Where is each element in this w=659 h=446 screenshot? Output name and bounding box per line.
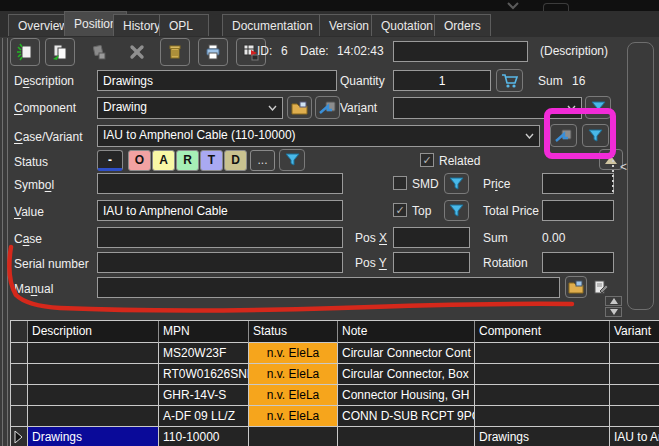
tab-opl[interactable]: OPL bbox=[159, 14, 209, 36]
row-selector[interactable] bbox=[11, 343, 28, 364]
cell-note[interactable]: CONN D-SUB RCPT 9PO bbox=[338, 406, 475, 427]
cell-component[interactable] bbox=[475, 364, 610, 385]
status-button-a[interactable]: A bbox=[152, 150, 175, 171]
table-row[interactable]: RT0W01626SNH n.v. EleLa Circular Connect… bbox=[11, 364, 659, 385]
quantity-field[interactable] bbox=[393, 70, 491, 91]
cell-status[interactable]: n.v. EleLa bbox=[249, 343, 338, 364]
manual-open-button[interactable] bbox=[565, 276, 587, 298]
case-variant-filter-button[interactable] bbox=[582, 124, 609, 147]
col-status[interactable]: Status bbox=[249, 321, 338, 343]
cell-status[interactable]: n.v. EleLa bbox=[249, 385, 338, 406]
value-field[interactable] bbox=[97, 200, 343, 221]
cell-component[interactable]: Drawings bbox=[475, 427, 610, 446]
status-button-none[interactable]: - bbox=[97, 150, 123, 171]
component-dropdown[interactable]: Drawing bbox=[97, 97, 283, 119]
smd-checkbox[interactable] bbox=[393, 176, 407, 190]
case-field[interactable] bbox=[97, 227, 343, 248]
paste-record-button[interactable] bbox=[84, 38, 114, 66]
col-variant[interactable]: Variant bbox=[610, 321, 659, 343]
table-row[interactable]: GHR-14V-S n.v. EleLa Connector Housing, … bbox=[11, 385, 659, 406]
spin-down-button[interactable] bbox=[605, 307, 622, 317]
col-note[interactable]: Note bbox=[338, 321, 475, 343]
copy-record-button[interactable] bbox=[45, 38, 75, 66]
status-more-button[interactable]: ... bbox=[250, 150, 275, 171]
col-mpn[interactable]: MPN bbox=[159, 321, 249, 343]
cell-mpn[interactable]: 110-10000 bbox=[159, 427, 249, 446]
case-variant-goto-button[interactable] bbox=[550, 124, 577, 147]
cell-status[interactable]: n.v. EleLa bbox=[249, 364, 338, 385]
delete-record-button[interactable] bbox=[122, 38, 152, 66]
component-goto-button[interactable] bbox=[315, 96, 340, 119]
description-field[interactable] bbox=[97, 70, 337, 91]
col-component[interactable]: Component bbox=[475, 321, 610, 343]
rotation-field[interactable] bbox=[542, 252, 614, 273]
trash-button[interactable] bbox=[160, 38, 190, 66]
status-button-t[interactable]: T bbox=[200, 150, 223, 171]
cell-variant[interactable] bbox=[610, 406, 659, 427]
new-record-button[interactable] bbox=[10, 38, 40, 66]
table-row[interactable]: MS20W23F n.v. EleLa Circular Connector C… bbox=[11, 343, 659, 364]
row-selector[interactable] bbox=[11, 364, 28, 385]
tab-orders[interactable]: Orders bbox=[434, 14, 491, 36]
tab-quotation[interactable]: Quotation bbox=[371, 14, 443, 36]
serial-number-field[interactable] bbox=[97, 252, 343, 273]
related-checkbox[interactable]: ✓ bbox=[420, 153, 434, 167]
col-description[interactable]: Description bbox=[28, 321, 159, 343]
case-variant-combo[interactable]: IAU to Amphenol Cable (110-10000) bbox=[97, 125, 540, 147]
tab-documentation[interactable]: Documentation bbox=[222, 14, 323, 36]
cell-note[interactable] bbox=[338, 427, 475, 446]
cell-mpn[interactable]: MS20W23F bbox=[159, 343, 249, 364]
symbol-field[interactable] bbox=[97, 173, 343, 194]
cell-description[interactable] bbox=[28, 406, 159, 427]
cell-component[interactable] bbox=[475, 406, 610, 427]
smd-filter-button[interactable] bbox=[444, 173, 469, 194]
manual-edit-button[interactable] bbox=[590, 276, 612, 298]
cell-note[interactable]: Circular Connector Cont bbox=[338, 343, 475, 364]
cell-description[interactable] bbox=[28, 343, 159, 364]
cell-component[interactable] bbox=[475, 343, 610, 364]
row-selector[interactable] bbox=[11, 427, 28, 446]
panel-expand-arrow[interactable]: < bbox=[620, 160, 627, 174]
cell-variant[interactable]: IAU to Amphenol Cable bbox=[610, 427, 659, 446]
cell-description[interactable]: Drawings bbox=[28, 427, 159, 446]
panel-grip[interactable] bbox=[612, 155, 614, 193]
variant-filter-button[interactable] bbox=[585, 96, 611, 119]
cell-variant[interactable] bbox=[610, 364, 659, 385]
collapsed-side-panel[interactable] bbox=[627, 42, 654, 310]
table-row[interactable]: A-DF 09 LL/Z n.v. EleLa CONN D-SUB RCPT … bbox=[11, 406, 659, 427]
top-filter-button[interactable] bbox=[444, 200, 469, 221]
cell-component[interactable] bbox=[475, 385, 610, 406]
order-cart-button[interactable] bbox=[496, 69, 523, 92]
cell-note[interactable]: Connector Housing, GH bbox=[338, 385, 475, 406]
table-row-current[interactable]: Drawings 110-10000 Drawings IAU to Amphe… bbox=[11, 427, 659, 446]
cell-variant[interactable] bbox=[610, 343, 659, 364]
status-button-d[interactable]: D bbox=[224, 150, 247, 171]
cell-variant[interactable] bbox=[610, 385, 659, 406]
top-checkbox[interactable]: ✓ bbox=[393, 203, 407, 217]
component-open-button[interactable] bbox=[287, 96, 312, 119]
row-selector[interactable] bbox=[11, 385, 28, 406]
cell-mpn[interactable]: RT0W01626SNH bbox=[159, 364, 249, 385]
price-field[interactable] bbox=[542, 173, 614, 194]
cell-note[interactable]: Circular Connector, Box bbox=[338, 364, 475, 385]
manual-field[interactable] bbox=[97, 277, 560, 298]
status-filter-button[interactable] bbox=[279, 149, 305, 171]
cell-mpn[interactable]: A-DF 09 LL/Z bbox=[159, 406, 249, 427]
status-button-o[interactable]: O bbox=[128, 150, 151, 171]
pos-x-field[interactable] bbox=[393, 227, 470, 248]
chevron-down-icon[interactable] bbox=[505, 2, 521, 10]
spin-up-button[interactable] bbox=[605, 296, 622, 306]
total-price-field[interactable] bbox=[542, 200, 614, 221]
cell-status[interactable] bbox=[249, 427, 338, 446]
print-button[interactable] bbox=[198, 38, 228, 66]
description-search-input[interactable] bbox=[393, 41, 528, 62]
cell-description[interactable] bbox=[28, 385, 159, 406]
row-selector[interactable] bbox=[11, 406, 28, 427]
variant-dropdown[interactable] bbox=[393, 97, 582, 119]
sum-value: 16 bbox=[572, 71, 585, 92]
cell-description[interactable] bbox=[28, 364, 159, 385]
cell-mpn[interactable]: GHR-14V-S bbox=[159, 385, 249, 406]
pos-y-field[interactable] bbox=[393, 252, 470, 273]
cell-status[interactable]: n.v. EleLa bbox=[249, 406, 338, 427]
status-button-r[interactable]: R bbox=[176, 150, 199, 171]
